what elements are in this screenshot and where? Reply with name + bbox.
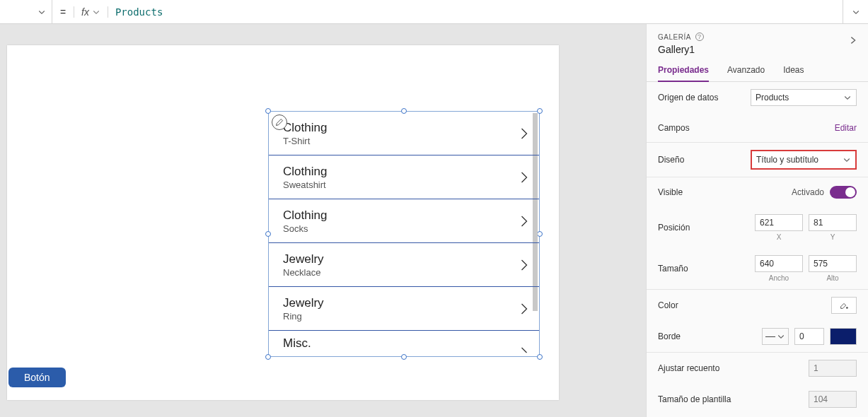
data-source-dropdown[interactable]: Products — [751, 89, 857, 106]
prop-label: Color — [658, 300, 831, 310]
chevron-right-icon — [519, 170, 529, 185]
formula-bar: = fx Products — [0, 0, 868, 24]
prop-border: Borde 0 — [647, 321, 868, 353]
visible-toggle[interactable] — [830, 186, 857, 199]
chevron-right-icon[interactable] — [848, 35, 858, 45]
list-item[interactable]: ClothingT-Shirt — [269, 112, 539, 155]
list-item[interactable]: ClothingSocks — [269, 199, 539, 243]
position-x-input[interactable]: 621 — [755, 214, 803, 231]
wrap-count-input[interactable]: 1 — [809, 360, 857, 377]
chevron-down-icon — [777, 332, 785, 341]
chevron-down-icon — [852, 8, 860, 16]
toggle-label: Activado — [792, 187, 824, 197]
sub-label: Y — [831, 233, 835, 241]
border-width-input[interactable]: 0 — [794, 328, 824, 345]
item-subtitle: Necklace — [283, 267, 519, 278]
prop-label: Origen de datos — [658, 93, 751, 102]
width-input[interactable]: 640 — [755, 255, 803, 272]
formula-input[interactable]: Products — [108, 6, 843, 18]
chevron-right-icon — [519, 213, 529, 229]
tab-advanced[interactable]: Avanzado — [727, 65, 765, 81]
prop-template-size: Tamaño de plantilla 104 — [647, 384, 868, 415]
pencil-icon — [275, 118, 284, 127]
list-item[interactable]: Misc. — [269, 331, 539, 356]
chevron-down-icon — [843, 93, 852, 102]
item-title: Jewelry — [283, 252, 519, 266]
help-icon[interactable]: ? — [695, 33, 704, 41]
chevron-right-icon — [519, 126, 529, 141]
control-name[interactable]: Gallery1 — [658, 44, 857, 55]
chevron-right-icon — [519, 257, 529, 273]
list-item[interactable]: JewelryRing — [269, 287, 539, 331]
prop-fields: Campos Editar — [647, 113, 868, 143]
border-style-dropdown[interactable] — [762, 328, 789, 345]
equals-label: = — [52, 6, 74, 18]
item-subtitle: Socks — [283, 223, 519, 234]
prop-label: Visible — [658, 187, 792, 197]
list-item[interactable]: JewelryNecklace — [269, 243, 539, 287]
expand-formula-button[interactable] — [843, 0, 868, 23]
paint-icon — [839, 300, 849, 310]
prop-size: Tamaño 640Ancho 575Alto — [647, 248, 868, 290]
property-dropdown[interactable] — [0, 0, 52, 23]
list-item[interactable]: ClothingSweatshirt — [269, 155, 539, 199]
control-type-label: GALERÍA — [658, 33, 691, 41]
tab-properties[interactable]: Propiedades — [658, 65, 709, 82]
prop-label: Diseño — [658, 155, 751, 165]
prop-color: Color — [647, 290, 868, 321]
prop-label: Borde — [658, 331, 762, 341]
prop-wrap-count: Ajustar recuento 1 — [647, 353, 868, 384]
item-title: Clothing — [283, 165, 519, 179]
prop-visible: Visible Activado — [647, 177, 868, 207]
prop-label: Tamaño — [658, 264, 755, 274]
prop-label: Tamaño de plantilla — [658, 394, 809, 404]
chevron-right-icon — [519, 345, 529, 356]
tab-ideas[interactable]: Ideas — [783, 65, 804, 81]
item-title: Jewelry — [283, 296, 519, 310]
sub-label: Alto — [826, 274, 838, 282]
svg-point-0 — [846, 307, 848, 309]
template-size-input[interactable]: 104 — [809, 391, 857, 408]
sub-label: Ancho — [769, 274, 789, 282]
canvas-area[interactable]: Botón ClothingT-Shirt — [0, 24, 646, 417]
border-color-picker[interactable] — [830, 328, 857, 345]
color-picker[interactable] — [831, 297, 857, 314]
edit-template-button[interactable] — [272, 114, 287, 130]
chevron-down-icon — [37, 8, 46, 16]
prop-position: Posición 621X 81Y — [647, 207, 868, 248]
properties-panel: GALERÍA ? Gallery1 Propiedades Avanzado … — [646, 24, 868, 417]
chevron-down-icon — [843, 155, 851, 164]
dropdown-value: Products — [756, 93, 789, 102]
item-title: Clothing — [283, 121, 519, 135]
item-subtitle: Ring — [283, 311, 519, 322]
edit-fields-link[interactable]: Editar — [835, 123, 857, 133]
item-subtitle: T-Shirt — [283, 136, 519, 146]
fx-label: fx — [81, 6, 89, 18]
item-title: Clothing — [283, 208, 519, 223]
panel-tabs: Propiedades Avanzado Ideas — [647, 65, 868, 82]
prop-label: Posición — [658, 223, 755, 233]
gallery-body: ClothingT-Shirt ClothingSweatshirt Cloth… — [269, 112, 539, 356]
gallery-control-selected[interactable]: ClothingT-Shirt ClothingSweatshirt Cloth… — [268, 111, 540, 357]
chevron-right-icon — [519, 301, 529, 317]
layout-dropdown[interactable]: Título y subtítulo — [751, 150, 857, 170]
item-subtitle: Sweatshirt — [283, 180, 519, 190]
button-control[interactable]: Botón — [8, 368, 66, 387]
height-input[interactable]: 575 — [809, 255, 857, 272]
dropdown-value: Título y subtítulo — [756, 155, 818, 165]
chevron-down-icon — [92, 8, 100, 16]
fx-button[interactable]: fx — [74, 6, 108, 18]
prop-data-source: Origen de datos Products — [647, 82, 868, 113]
prop-label: Campos — [658, 123, 835, 133]
sub-label: X — [777, 233, 782, 241]
prop-layout: Diseño Título y subtítulo — [647, 143, 868, 177]
item-title: Misc. — [283, 336, 311, 351]
prop-label: Ajustar recuento — [658, 363, 809, 373]
position-y-input[interactable]: 81 — [809, 214, 857, 231]
app-screen: Botón ClothingT-Shirt — [7, 45, 559, 400]
